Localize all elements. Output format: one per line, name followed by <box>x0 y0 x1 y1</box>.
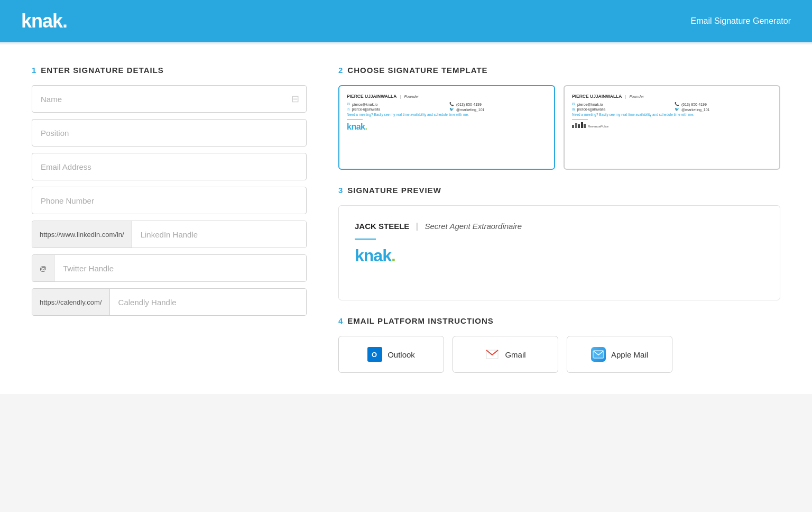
signature-preview-box: JACK STEELE | Secret Agent Extraordinair… <box>338 205 780 300</box>
tmpl2-phone: (613) 850-4199 <box>681 103 707 106</box>
preview-name-row: JACK STEELE | Secret Agent Extraordinair… <box>355 222 764 231</box>
platform-buttons-row: O Outlook Gmail <box>338 336 780 373</box>
linkedin-input-wrapper: https://www.linkedin.com/in/ <box>32 221 307 248</box>
tmpl1-title: Founder <box>404 94 419 99</box>
twitter-prefix: @ <box>32 255 54 281</box>
tmpl1-divider <box>347 120 363 120</box>
section1-title: 1 ENTER SIGNATURE DETAILS <box>32 66 307 75</box>
tmpl2-info-row: ✉ pierce@knak.io in pierce-ujjainwalla <box>572 102 772 113</box>
linkedin-prefix: https://www.linkedin.com/in/ <box>32 221 132 248</box>
tmpl1-twitter-row: 🐦 @marketing_101 <box>449 107 547 112</box>
preview-job-title: Secret Agent Extraordinaire <box>425 222 522 231</box>
tmpl1-logo: knak. <box>347 122 547 132</box>
tmpl2-separator: | <box>625 94 626 99</box>
tmpl1-logo-dot: . <box>365 122 367 131</box>
calendly-input-wrapper: https://calendly.com/ <box>32 288 307 316</box>
tmpl1-email: pierce@knak.io <box>352 103 377 106</box>
tmpl1-linkedin-icon: in <box>347 107 349 111</box>
header-title: Email Signature Generator <box>691 16 791 26</box>
preview-separator-char: | <box>416 222 421 231</box>
name-field-group: ⊟ <box>32 85 307 113</box>
gmail-button[interactable]: Gmail <box>453 336 558 373</box>
calendly-prefix: https://calendly.com/ <box>32 289 110 315</box>
section3-title: 3 SIGNATURE PREVIEW <box>338 186 780 195</box>
position-input[interactable] <box>32 119 307 147</box>
tmpl2-name: PIERCE UJJAINWALLA <box>572 94 622 99</box>
apple-mail-button[interactable]: Apple Mail <box>567 336 672 373</box>
tmpl1-info-row: ✉ pierce@knak.io in pierce-ujjainwalla <box>347 102 547 113</box>
section4-number: 4 <box>338 316 343 325</box>
tmpl2-email-icon: ✉ <box>572 102 575 106</box>
gmail-label: Gmail <box>505 350 525 359</box>
email-input[interactable] <box>32 153 307 180</box>
logo-text: knak. <box>21 10 67 32</box>
section1-label: ENTER SIGNATURE DETAILS <box>41 66 163 75</box>
name-input[interactable] <box>32 85 307 113</box>
preview-logo-dot: . <box>391 246 395 265</box>
tmpl2-divider <box>572 120 588 120</box>
preview-divider <box>355 239 376 240</box>
two-column-layout: 1 ENTER SIGNATURE DETAILS ⊟ <box>32 66 780 373</box>
tmpl2-phone-icon: 📞 <box>675 102 679 106</box>
tmpl1-separator: | <box>400 94 401 99</box>
tmpl2-linkedin-row: in pierce-ujjainwalla <box>572 107 669 111</box>
preview-logo: knak. <box>355 246 764 266</box>
phone-input[interactable] <box>32 187 307 214</box>
tmpl1-email-row: ✉ pierce@knak.io <box>347 102 444 106</box>
outlook-button[interactable]: O Outlook <box>338 336 444 373</box>
section2-label: CHOOSE SIGNATURE TEMPLATE <box>347 66 487 75</box>
section4-title: 4 EMAIL PLATFORM INSTRUCTIONS <box>338 316 780 325</box>
tmpl1-col-right: 📞 (613) 850-4199 🐦 @marketing_101 <box>449 102 547 113</box>
twitter-field-group: @ <box>32 254 307 282</box>
gmail-icon <box>485 347 500 362</box>
tmpl1-col-left: ✉ pierce@knak.io in pierce-ujjainwalla <box>347 102 444 113</box>
apple-mail-label: Apple Mail <box>611 350 648 359</box>
section3-label: SIGNATURE PREVIEW <box>347 186 441 195</box>
template-card-2[interactable]: PIERCE UJJAINWALLA | Founder ✉ pierce@kn… <box>564 85 780 170</box>
section2-number: 2 <box>338 66 343 75</box>
tmpl1-meeting: Need a meeting? Easily see my real-time … <box>347 113 547 116</box>
header: knak. Email Signature Generator <box>0 0 812 42</box>
calendly-field-group: https://calendly.com/ <box>32 288 307 316</box>
preview-name: JACK STEELE <box>355 222 409 231</box>
left-column: 1 ENTER SIGNATURE DETAILS ⊟ <box>32 66 307 373</box>
phone-field-group <box>32 187 307 214</box>
tmpl2-email: pierce@knak.io <box>577 103 603 106</box>
tmpl1-phone-row: 📞 (613) 850-4199 <box>449 102 547 106</box>
tmpl1-twitter-icon: 🐦 <box>449 107 454 112</box>
main-content: 1 ENTER SIGNATURE DETAILS ⊟ <box>0 44 812 394</box>
tmpl2-col-left: ✉ pierce@knak.io in pierce-ujjainwalla <box>572 102 669 113</box>
twitter-input[interactable] <box>54 255 306 281</box>
apple-mail-icon <box>591 347 606 362</box>
tmpl2-twitter-icon: 🐦 <box>675 107 679 112</box>
calendly-input[interactable] <box>110 289 306 315</box>
tmpl2-email-row: ✉ pierce@knak.io <box>572 102 669 106</box>
section2-title: 2 CHOOSE SIGNATURE TEMPLATE <box>338 66 780 75</box>
tmpl1-linkedin: pierce-ujjainwalla <box>352 107 380 111</box>
tmpl2-col-right: 📞 (613) 850-4199 🐦 @marketing_101 <box>675 102 772 113</box>
tmpl1-email-icon: ✉ <box>347 102 350 106</box>
tmpl1-phone: (613) 850-4199 <box>456 103 482 106</box>
template-card-1[interactable]: PIERCE UJJAINWALLA | Founder ✉ pierce@kn… <box>338 85 555 170</box>
tmpl2-twitter-row: 🐦 @marketing_101 <box>675 107 772 112</box>
tmpl2-title: Founder <box>629 94 644 99</box>
tmpl1-twitter: @marketing_101 <box>456 108 484 112</box>
linkedin-field-group: https://www.linkedin.com/in/ <box>32 221 307 248</box>
tmpl2-revenue-logo: RevenuePulse <box>572 122 772 128</box>
section3-number: 3 <box>338 186 343 195</box>
section1-number: 1 <box>32 66 36 75</box>
tmpl1-name: PIERCE UJJAINWALLA <box>347 94 396 99</box>
linkedin-input[interactable] <box>132 221 306 248</box>
tmpl2-twitter: @marketing_101 <box>681 108 709 112</box>
revenue-pulse-text: RevenuePulse <box>588 125 608 128</box>
tmpl1-phone-icon: 📞 <box>449 102 454 106</box>
email-field-group <box>32 153 307 180</box>
position-field-group <box>32 119 307 147</box>
tmpl2-meeting: Need a meeting? Easily see my real-time … <box>572 113 772 116</box>
logo: knak. <box>21 10 67 32</box>
templates-row: PIERCE UJJAINWALLA | Founder ✉ pierce@kn… <box>338 85 780 170</box>
tmpl2-phone-row: 📞 (613) 850-4199 <box>675 102 772 106</box>
tmpl2-linkedin: pierce-ujjainwalla <box>577 107 605 111</box>
right-column: 2 CHOOSE SIGNATURE TEMPLATE PIERCE UJJAI… <box>338 66 780 373</box>
svg-text:O: O <box>372 351 377 359</box>
